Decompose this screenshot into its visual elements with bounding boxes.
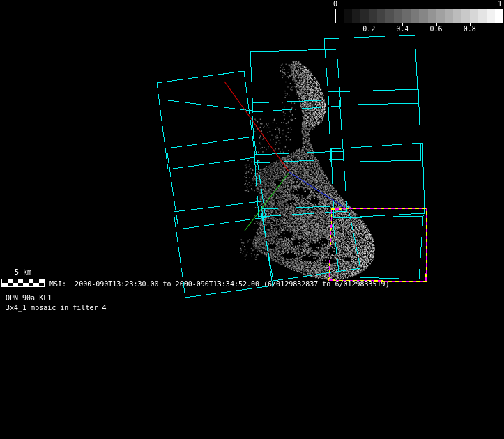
dashed-frame-overlay	[0, 0, 504, 439]
msi-mosaic-display: 0 1 0.20.40.60.8 5 km MSI: 2000-090T13:2…	[0, 0, 504, 439]
next-frame-dashed-magenta	[329, 208, 427, 282]
next-frame-dashed-yellow	[329, 208, 427, 282]
